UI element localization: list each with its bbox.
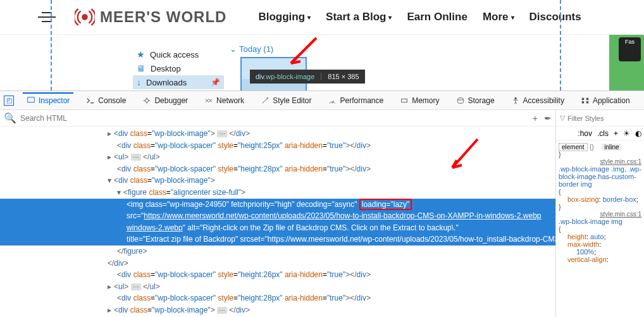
arrow-annotation-1 <box>282 35 319 73</box>
nav-discounts[interactable]: Discounts <box>529 11 581 23</box>
arrow-annotation-2 <box>443 136 481 174</box>
svg-rect-1 <box>28 97 35 102</box>
desktop-item[interactable]: 🖥Desktop <box>133 61 224 75</box>
tab-console[interactable]: Console <box>82 92 130 109</box>
highlighted-attribute: loading="lazy" <box>359 199 412 210</box>
svg-rect-3 <box>402 99 407 102</box>
hov-toggle[interactable]: :hov <box>578 129 592 138</box>
tab-application[interactable]: Application <box>577 92 634 109</box>
element-tooltip: div.wp-block-image 815 × 385 <box>250 70 365 84</box>
tab-debugger[interactable]: Debugger <box>139 92 192 109</box>
downloads-item[interactable]: ↓Downloads📌 <box>133 75 224 89</box>
chevron-down-icon: ▾ <box>388 14 392 21</box>
chevron-down-icon: ▾ <box>511 14 514 21</box>
chevron-down-icon: ▾ <box>307 14 311 21</box>
nav-blogging[interactable]: Blogging▾ <box>258 11 311 23</box>
overlay-guide-right <box>560 0 561 90</box>
nav-more[interactable]: More▾ <box>483 11 514 23</box>
svg-point-2 <box>146 99 149 102</box>
tab-network[interactable]: Network <box>201 92 248 109</box>
tab-inspector[interactable]: Inspector <box>23 92 73 109</box>
download-icon: ↓ <box>137 77 141 87</box>
html-search-bar: 🔍 + ✒ <box>0 110 555 127</box>
site-header: MEER'S WORLD Blogging▾ Start a Blog▾ Ear… <box>0 0 644 35</box>
tab-memory[interactable]: Memory <box>396 92 443 109</box>
today-group[interactable]: ⌄Today (1) <box>230 44 273 54</box>
overlay-guide-left <box>51 0 52 90</box>
svg-rect-7 <box>582 101 585 103</box>
contrast-icon[interactable]: ◐ <box>635 129 641 138</box>
svg-point-0 <box>82 14 88 20</box>
menu-toggle-icon[interactable] <box>38 8 56 26</box>
nav-start-blog[interactable]: Start a Blog▾ <box>326 11 392 23</box>
filter-styles-bar: ▽ <box>556 110 644 127</box>
light-mode-icon[interactable]: ☀ <box>623 129 630 138</box>
site-logo[interactable]: MEER'S WORLD <box>75 7 226 27</box>
search-input[interactable] <box>20 114 529 123</box>
search-icon: 🔍 <box>4 112 16 124</box>
monitor-icon: 🖥 <box>137 63 146 73</box>
filter-styles-input[interactable] <box>567 115 624 122</box>
add-rule-icon[interactable]: + <box>614 129 618 138</box>
nav-earn-online[interactable]: Earn Online <box>407 11 467 23</box>
eyedropper-icon[interactable]: ✒ <box>544 113 552 123</box>
quick-access-item[interactable]: ★Quick access <box>133 47 224 61</box>
tab-style-editor[interactable]: Style Editor <box>257 92 315 109</box>
pin-icon: 📌 <box>211 78 220 87</box>
fast-badge: Fas <box>619 37 641 61</box>
tab-performance[interactable]: Performance <box>324 92 387 109</box>
styles-rules[interactable]: element {} inline } style.min.css:1 .wp-… <box>556 140 644 317</box>
chevron-down-icon: ⌄ <box>230 44 237 54</box>
explorer-sidebar: ★Quick access 🖥Desktop ↓Downloads📌 <box>133 47 224 89</box>
styles-toolbar: :hov .cls + ☀ ◐ <box>556 127 644 140</box>
star-icon: ★ <box>137 49 145 59</box>
tab-accessibility[interactable]: Accessibility <box>507 92 568 109</box>
logo-text: MEER'S WORLD <box>100 8 226 26</box>
svg-rect-6 <box>582 97 585 100</box>
element-picker-icon[interactable]: ◰ <box>4 96 14 106</box>
styles-pane: ▽ :hov .cls + ☀ ◐ element {} inline } st… <box>555 110 644 317</box>
devtools-panel: ◰ Inspector Console Debugger Network Sty… <box>0 90 644 317</box>
tab-storage[interactable]: Storage <box>452 92 498 109</box>
svg-rect-8 <box>586 97 589 100</box>
svg-rect-9 <box>586 101 589 103</box>
devtools-tabs: ◰ Inspector Console Debugger Network Sty… <box>0 91 644 110</box>
svg-point-4 <box>457 97 463 100</box>
selected-element[interactable]: <img class="wp-image-24950" fetchpriorit… <box>0 199 555 246</box>
logo-icon <box>75 7 95 27</box>
cls-toggle[interactable]: .cls <box>597 129 609 138</box>
main-nav: Blogging▾ Start a Blog▾ Earn Online More… <box>258 11 581 23</box>
add-icon[interactable]: + <box>533 113 538 123</box>
filter-icon: ▽ <box>560 114 565 122</box>
svg-point-5 <box>514 97 517 99</box>
devtools-body: 🔍 + ✒ ▸<div class="wp-block-image"> ⋯ </… <box>0 110 644 317</box>
